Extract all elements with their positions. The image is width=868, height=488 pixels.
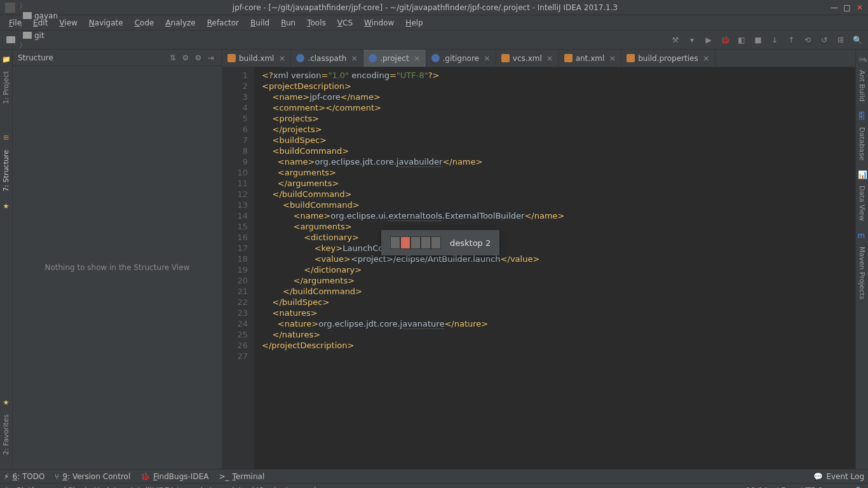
bottom-tab-findbugs-idea[interactable]: 🐞FindBugs-IDEA [140,472,208,481]
desktop-page-1[interactable] [400,236,410,249]
vcs-update-icon[interactable]: ↓ [768,34,781,46]
lock-icon[interactable]: 🔒 [853,486,863,489]
make-button[interactable]: ⚒ [669,34,682,46]
ant-build-tab[interactable]: Ant Build [857,65,867,107]
coverage-button[interactable]: ◧ [735,34,748,46]
structure-tool-tab[interactable]: 7: Structure [1,145,11,196]
structure-panel: Structure ⇅ ⚙ ⚙ ⇥ Nothing to show in the… [13,50,222,469]
menu-refactor[interactable]: Refactor [202,17,244,29]
menu-bar: FileEditViewNavigateCodeAnalyzeRefactorB… [0,15,868,30]
vcs-history-icon[interactable]: ⟲ [801,34,814,46]
status-line-sep[interactable]: LF÷ [776,486,792,489]
breadcrumb-home[interactable]: home [19,0,94,1]
data-view-tab[interactable]: Data View [857,180,867,226]
run-button[interactable]: ▶ [702,34,715,46]
tab-buildxml[interactable]: build.xml× [222,50,291,67]
database-tab[interactable]: Database [857,122,867,166]
bottom-tab-6todo[interactable]: ⚡6: TODO [4,472,44,481]
debug-button[interactable]: 🐞 [719,34,731,46]
vcs-commit-icon[interactable]: ↑ [785,34,797,46]
project-tool-tab[interactable]: 1: Project [1,66,11,109]
close-button[interactable]: ✕ [855,3,864,12]
desktop-pager [390,236,441,249]
search-icon[interactable]: 🔍 [851,34,864,46]
project-icon: 📁 [2,55,11,64]
desktop-page-2[interactable] [410,236,421,249]
run-config-select[interactable]: ▾ [686,34,698,46]
desktop-switcher-overlay: desktop 2 [381,230,499,255]
menu-help[interactable]: Help [400,17,428,29]
file-icon [501,54,510,62]
close-icon[interactable]: × [703,53,710,63]
status-cursor-pos: 10:14 [746,486,768,489]
structure-icon[interactable]: ⊞ [834,34,847,46]
status-encoding[interactable]: UTF-8÷ [801,486,829,489]
title-bar: jpf-core - [~/git/javapathfinder/jpf-cor… [0,0,868,15]
event-log-tab[interactable]: 💬 Event Log [813,472,864,481]
bottom-tool-bar: ⚡6: TODO⑂9: Version Control🐞FindBugs-IDE… [0,469,868,483]
menu-run[interactable]: Run [276,17,301,29]
menu-vcs[interactable]: VCS [332,17,358,29]
structure-body: Nothing to show in the Structure View [13,66,222,469]
editor[interactable]: 1234567891011121314151617181920212223242… [222,67,855,469]
notification-icon: 💬 [813,472,823,481]
favorites-tab[interactable]: 2: Favorites [1,409,11,460]
status-inspect-icon[interactable]: ⊕ [838,486,844,489]
editor-area: build.xml×.classpath×.project×.gitignore… [222,50,855,469]
vcs-revert-icon[interactable]: ↺ [818,34,831,46]
close-icon[interactable]: × [546,53,553,63]
info-icon: ℹ [5,486,8,489]
tab-classpath[interactable]: .classpath× [291,50,363,67]
database-icon: 🗄 [858,112,867,121]
maximize-button[interactable]: □ [843,3,851,12]
minimize-button[interactable]: — [830,3,839,12]
structure-header: Structure ⇅ ⚙ ⚙ ⇥ [13,50,222,66]
menu-code[interactable]: Code [130,17,159,29]
tab-vcsxml[interactable]: vcs.xml× [496,50,559,67]
desktop-label: desktop 2 [450,238,491,248]
sort-icon[interactable]: ⇅ [167,52,179,64]
editor-tab-bar: build.xml×.classpath×.project×.gitignore… [222,50,855,67]
filter-icon[interactable]: ⚙ [180,52,191,64]
ant-icon: 🐜 [858,55,867,64]
menu-build[interactable]: Build [245,17,275,29]
gutter: 1234567891011121314151617181920212223242… [222,67,254,469]
bottom-tab-9versioncontrol[interactable]: ⑂9: Version Control [55,472,130,481]
file-icon [431,54,440,62]
tab-antxml[interactable]: ant.xml× [559,50,622,67]
window-title: jpf-core - [~/git/javapathfinder/jpf-cor… [20,3,830,12]
bookmark-icon: ★ [2,201,11,210]
stop-button[interactable]: ■ [752,34,764,46]
structure-empty-text: Nothing to show in the Structure View [44,263,189,272]
desktop-page-3[interactable] [421,236,431,249]
nav-bar: 〉 home〉 gayan〉 git〉 javapathfinder〉 jpf-… [0,30,868,50]
bottom-tab-terminal[interactable]: >_Terminal [219,472,264,481]
menu-window[interactable]: Window [359,17,399,29]
code-area[interactable]: <?xml version="1.0" encoding="UTF-8"?><p… [254,67,855,469]
file-icon [627,54,635,62]
gear-icon[interactable]: ⚙ [193,52,204,64]
window-controls: — □ ✕ [830,3,868,12]
file-icon [296,54,304,62]
structure-icon-side: ⊞ [2,133,11,142]
breadcrumb-root[interactable] [3,36,19,43]
favorites-icon: ★ [2,398,11,407]
dataview-icon: 📊 [858,170,867,179]
maven-tab[interactable]: Maven Projects [857,241,867,304]
close-icon[interactable]: × [414,53,421,63]
hide-icon[interactable]: ⇥ [205,52,217,64]
menu-analyze[interactable]: Analyze [160,17,200,29]
close-icon[interactable]: × [278,53,285,63]
status-bar: ℹ Platform and Plugin Updates: IntelliJ … [0,483,868,488]
desktop-page-4[interactable] [431,236,441,249]
breadcrumb-gayan[interactable]: gayan [19,11,94,20]
tab-gitignore[interactable]: .gitignore× [426,50,496,67]
close-icon[interactable]: × [351,53,358,63]
tab-project[interactable]: .project× [363,50,426,67]
breadcrumb-git[interactable]: git [19,31,94,40]
desktop-page-0[interactable] [390,236,400,249]
tab-buildproperties[interactable]: build.properties× [621,50,715,67]
close-icon[interactable]: × [609,53,616,63]
close-icon[interactable]: × [484,53,491,63]
menu-tools[interactable]: Tools [302,17,331,29]
